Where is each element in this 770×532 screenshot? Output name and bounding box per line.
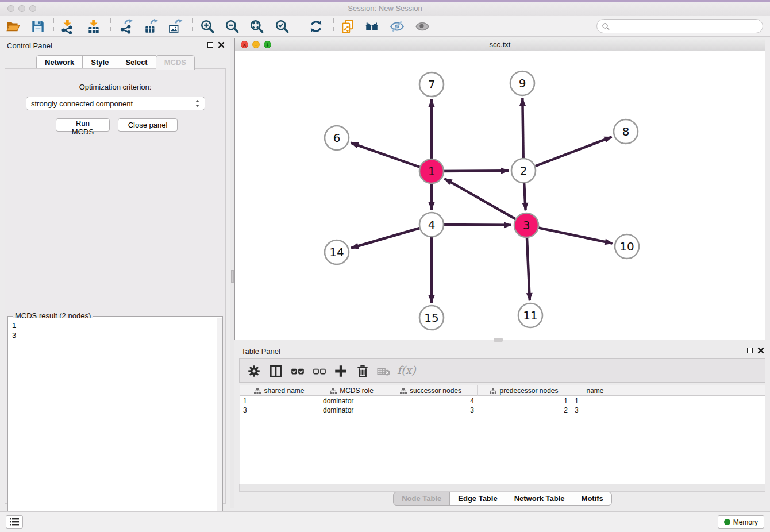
delete-icon[interactable] — [355, 364, 370, 379]
tab-network-table[interactable]: Network Table — [506, 492, 573, 506]
zoom-selected-icon[interactable] — [275, 19, 290, 34]
table-panel-header: Table Panel — [234, 342, 770, 360]
search-field[interactable] — [596, 19, 763, 33]
float-table-panel-icon[interactable] — [747, 348, 753, 353]
column-label: name — [586, 387, 603, 395]
tab-node-table[interactable]: Node Table — [393, 492, 450, 506]
add-column-icon[interactable] — [333, 364, 348, 379]
optimization-criterion-label: Optimization criterion: — [5, 83, 225, 91]
node-label-10: 10 — [619, 240, 634, 253]
toolbar-separator — [333, 18, 334, 34]
tab-select[interactable]: Select — [117, 55, 156, 70]
edge-2-8[interactable] — [523, 137, 612, 171]
mcds-result-scrollbar[interactable] — [217, 318, 222, 532]
close-panel-icon[interactable] — [218, 41, 225, 48]
table-cell[interactable]: 1 — [478, 396, 571, 406]
toolbar-separator — [53, 18, 54, 34]
node-label-14: 14 — [329, 245, 344, 259]
panel-splitter[interactable] — [230, 37, 234, 508]
network-graph[interactable]: 7968124314101511 — [235, 51, 765, 340]
table-row[interactable]: 1dominator411 — [240, 396, 765, 406]
select-all-icon[interactable] — [290, 364, 305, 379]
memory-label: Memory — [733, 518, 758, 526]
node-label-11: 11 — [523, 309, 537, 322]
hide-selected-icon[interactable] — [390, 19, 405, 34]
network-resize-grip[interactable] — [494, 338, 503, 342]
table-cell[interactable]: 4 — [384, 396, 478, 406]
export-network-icon[interactable] — [119, 19, 134, 34]
optimization-criterion-dropdown[interactable]: strongly connected component — [26, 97, 205, 110]
zoom-fit-icon[interactable] — [249, 19, 264, 34]
application-window: Session: New Session — [0, 0, 770, 532]
import-table-icon[interactable] — [86, 19, 101, 34]
table-tabs: Node TableEdge TableNetwork TableMotifs — [234, 492, 770, 506]
node-label-8: 8 — [622, 125, 630, 138]
table-cell[interactable]: 3 — [240, 406, 319, 415]
refresh-layout-icon[interactable] — [309, 19, 324, 34]
column-header-shared-name[interactable]: shared name — [240, 385, 319, 396]
table-cell[interactable]: 2 — [478, 406, 571, 415]
network-window-titlebar[interactable]: × − + scc.txt — [235, 38, 765, 51]
zoom-in-icon[interactable] — [200, 19, 215, 34]
network-from-selection-icon[interactable] — [340, 19, 355, 34]
network-view-window: × − + scc.txt 7968124314101511 — [234, 38, 765, 340]
fx-label: f(x) — [397, 364, 416, 376]
node-label-2: 2 — [520, 164, 528, 178]
table-cell[interactable]: 1 — [571, 396, 619, 406]
export-table-icon[interactable] — [144, 19, 159, 34]
gear-icon[interactable] — [247, 364, 261, 379]
float-panel-icon[interactable] — [207, 42, 213, 48]
column-header-MCDS-role[interactable]: MCDS role — [319, 385, 384, 396]
table-row[interactable]: 3dominator323 — [240, 406, 765, 415]
show-all-icon[interactable] — [415, 19, 430, 34]
edge-3-1[interactable] — [445, 179, 526, 225]
control-panel-tabs: NetworkStyleSelectMCDS — [0, 55, 230, 70]
table-cell[interactable]: dominator — [319, 406, 384, 415]
tab-network[interactable]: Network — [36, 55, 83, 70]
deselect-all-icon[interactable] — [312, 364, 327, 379]
tab-edge-table[interactable]: Edge Table — [449, 492, 506, 506]
column-label: successor nodes — [410, 387, 461, 395]
column-header-name[interactable]: name — [571, 385, 619, 396]
node-label-9: 9 — [519, 76, 526, 90]
node-label-6: 6 — [333, 131, 341, 145]
run-mcds-button[interactable]: Run MCDS — [56, 118, 110, 132]
table-cell[interactable]: 3 — [384, 406, 478, 415]
list-icon — [10, 518, 19, 526]
table-cell[interactable]: 3 — [571, 406, 619, 415]
search-icon — [602, 22, 610, 30]
tab-motifs[interactable]: Motifs — [573, 492, 612, 506]
delete-table-icon[interactable] — [376, 364, 391, 379]
column-header-successor-nodes[interactable]: successor nodes — [384, 385, 478, 396]
column-label: MCDS role — [340, 387, 374, 395]
mcds-panel: Optimization criterion: strongly connect… — [5, 68, 226, 504]
task-history-button[interactable] — [6, 515, 23, 529]
import-network-icon[interactable] — [60, 19, 75, 34]
zoom-out-icon[interactable] — [225, 19, 240, 34]
node-label-4: 4 — [428, 218, 436, 232]
node-label-3: 3 — [523, 218, 530, 232]
close-table-panel-icon[interactable] — [757, 347, 764, 354]
function-builder-icon[interactable]: f(x) — [397, 364, 416, 379]
table-cell[interactable]: 1 — [240, 396, 319, 406]
tab-mcds[interactable]: MCDS — [156, 55, 195, 70]
search-input[interactable] — [612, 22, 763, 30]
export-image-icon[interactable] — [168, 19, 183, 34]
edge-3-10[interactable] — [526, 225, 613, 244]
hierarchy-icon — [254, 388, 261, 394]
column-header-predecessor-nodes[interactable]: predecessor nodes — [478, 385, 571, 396]
network-window-title: scc.txt — [235, 40, 765, 49]
mcds-result-text[interactable]: 1 3 — [9, 318, 217, 532]
home-layout-icon[interactable] — [364, 19, 379, 34]
hierarchy-icon — [490, 388, 496, 394]
memory-button[interactable]: Memory — [718, 515, 764, 529]
table-cell[interactable]: dominator — [319, 396, 384, 406]
edge-1-6[interactable] — [351, 143, 432, 171]
save-session-icon[interactable] — [30, 19, 45, 34]
close-panel-button[interactable]: Close panel — [118, 118, 178, 132]
open-session-icon[interactable] — [6, 19, 21, 34]
columns-icon[interactable] — [268, 364, 283, 379]
tab-style[interactable]: Style — [82, 55, 117, 70]
status-bar: Memory — [0, 511, 770, 532]
splitter-grip[interactable] — [231, 270, 234, 283]
